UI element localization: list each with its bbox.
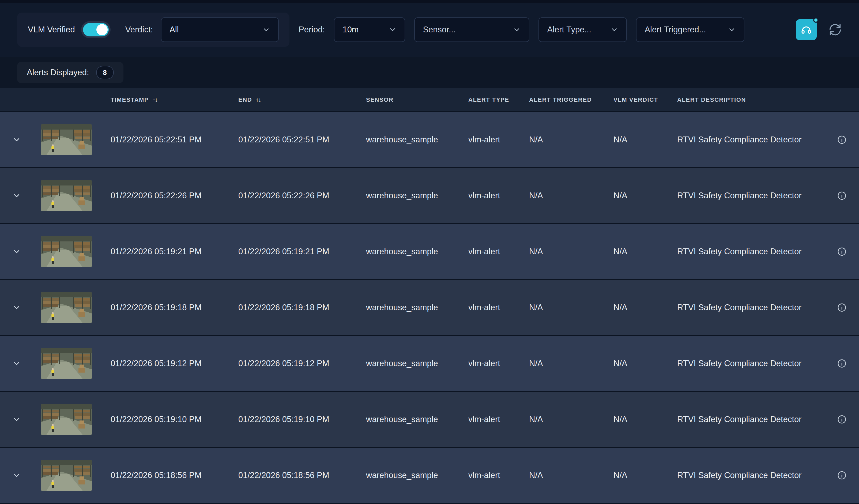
alert-type-cell: vlm-alert [468,303,529,312]
vlm-verdict-cell: N/A [614,303,677,312]
thumbnail-cell [33,292,110,323]
column-header-timestamp[interactable]: TIMESTAMP ↑↓ [110,96,238,104]
refresh-button[interactable] [828,23,842,36]
notification-dot [813,17,818,23]
row-info-button[interactable] [825,359,859,368]
row-info-button[interactable] [825,415,859,424]
vlm-verified-toggle[interactable] [83,23,109,36]
thumbnail-cell [33,236,110,267]
sensor-cell: warehouse_sample [366,359,468,368]
alert-thumbnail[interactable] [41,404,92,435]
summary-bar: Alerts Displayed: 8 [0,57,859,88]
info-icon [837,247,847,256]
warehouse-scene-image [41,348,92,379]
alert-type-dropdown[interactable]: Alert Type... [539,17,627,42]
alert-table-row: 01/22/2026 05:22:26 PM 01/22/2026 05:22:… [0,167,859,223]
vlm-verdict-cell: N/A [614,359,677,368]
end-cell: 01/22/2026 05:19:21 PM [238,247,366,256]
row-info-button[interactable] [825,303,859,312]
alert-type-cell: vlm-alert [468,471,529,480]
period-dropdown[interactable]: 10m [334,17,405,42]
row-info-button[interactable] [825,135,859,144]
sensor-dropdown[interactable]: Sensor... [414,17,529,42]
alert-thumbnail[interactable] [41,236,92,267]
alert-triggered-dropdown[interactable]: Alert Triggered... [636,17,744,42]
vlm-verdict-cell: N/A [614,247,677,256]
warehouse-scene-image [41,292,92,323]
alert-table-row: 01/22/2026 05:18:56 PM 01/22/2026 05:18:… [0,447,859,503]
row-expand-button[interactable] [0,280,33,335]
chevron-down-icon [12,359,21,368]
end-cell: 01/22/2026 05:22:26 PM [238,191,366,200]
warehouse-scene-image [41,124,92,155]
alert-table-row: 01/22/2026 05:19:10 PM 01/22/2026 05:19:… [0,391,859,447]
alerts-table-header: TIMESTAMP ↑↓ END ↑↓ SENSOR ALERT TYPE AL… [0,88,859,111]
alert-triggered-cell: N/A [529,415,614,424]
chevron-down-icon [262,26,270,34]
sensor-cell: warehouse_sample [366,191,468,200]
timestamp-cell: 01/22/2026 05:18:56 PM [110,471,238,480]
timestamp-cell: 01/22/2026 05:22:26 PM [110,191,238,200]
warehouse-scene-image [41,460,92,491]
ai-assistant-button[interactable] [796,19,817,40]
alert-thumbnail[interactable] [41,180,92,211]
timestamp-cell: 01/22/2026 05:19:18 PM [110,303,238,312]
verdict-dropdown[interactable]: All [161,17,279,42]
chevron-down-icon [12,247,21,256]
info-icon [837,135,847,144]
timestamp-cell: 01/22/2026 05:22:51 PM [110,135,238,144]
sort-icon[interactable]: ↑↓ [256,96,260,104]
toggle-knob [96,24,108,35]
column-header-end[interactable]: END ↑↓ [238,96,366,104]
column-header-vlm-verdict: VLM VERDICT [614,96,677,103]
row-expand-button[interactable] [0,112,33,167]
row-info-button[interactable] [825,191,859,200]
alert-type-cell: vlm-alert [468,359,529,368]
info-icon [837,415,847,424]
alert-description-cell: RTVI Safety Compliance Detector [677,359,825,368]
sensor-cell: warehouse_sample [366,415,468,424]
alert-description-cell: RTVI Safety Compliance Detector [677,303,825,312]
alert-triggered-cell: N/A [529,471,614,480]
sort-icon[interactable]: ↑↓ [152,96,157,104]
column-header-sensor: SENSOR [366,96,468,103]
timestamp-cell: 01/22/2026 05:19:10 PM [110,415,238,424]
row-expand-button[interactable] [0,168,33,223]
row-expand-button[interactable] [0,336,33,391]
info-icon [837,303,847,312]
sensor-cell: warehouse_sample [366,247,468,256]
alert-description-cell: RTVI Safety Compliance Detector [677,471,825,480]
row-expand-button[interactable] [0,448,33,503]
warehouse-scene-image [41,180,92,211]
chevron-down-icon [12,471,21,480]
alert-thumbnail[interactable] [41,292,92,323]
thumbnail-cell [33,348,110,379]
period-label: Period: [299,25,325,34]
chevron-down-icon [12,135,21,144]
chevron-down-icon [728,26,736,34]
verdict-label: Verdict: [125,25,153,34]
alert-thumbnail[interactable] [41,460,92,491]
alert-triggered-cell: N/A [529,303,614,312]
row-info-button[interactable] [825,471,859,480]
alert-table-row: 01/22/2026 05:19:12 PM 01/22/2026 05:19:… [0,335,859,391]
sensor-dropdown-value: Sensor... [423,25,455,34]
period-dropdown-value: 10m [343,25,359,34]
row-expand-button[interactable] [0,392,33,447]
chevron-down-icon [12,303,21,312]
chevron-down-icon [12,415,21,424]
vlm-verdict-cell: N/A [614,415,677,424]
row-expand-button[interactable] [0,224,33,279]
alert-triggered-cell: N/A [529,191,614,200]
warehouse-scene-image [41,236,92,267]
alert-triggered-cell: N/A [529,359,614,368]
vlm-verified-label: VLM Verified [28,25,75,34]
vlm-verdict-cell: N/A [614,191,677,200]
column-header-alert-triggered: ALERT TRIGGERED [529,96,614,103]
thumbnail-cell [33,404,110,435]
row-info-button[interactable] [825,247,859,256]
verdict-filter-group: VLM Verified Verdict: All [17,13,289,47]
alert-thumbnail[interactable] [41,348,92,379]
alert-thumbnail[interactable] [41,124,92,155]
end-cell: 01/22/2026 05:19:18 PM [238,303,366,312]
